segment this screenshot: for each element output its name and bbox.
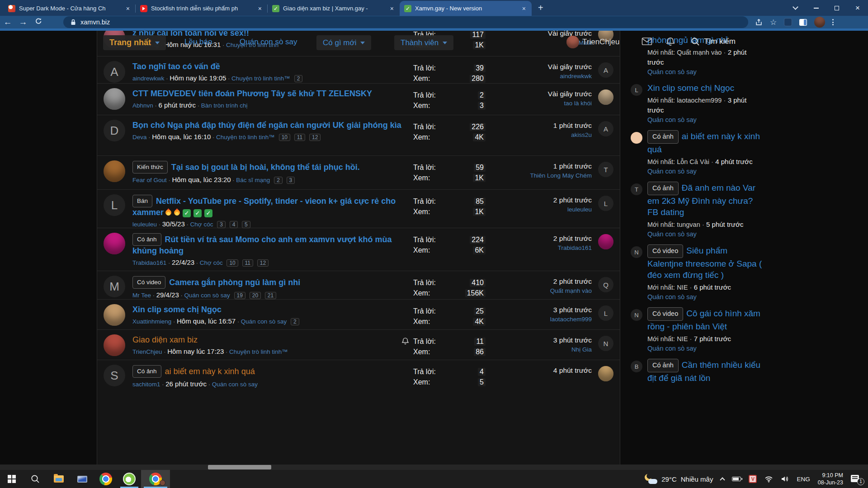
nav-leu-bao[interactable]: Lều báo [184,38,212,47]
author-link[interactable]: TrienChjeu [132,348,162,355]
page-link[interactable]: 10 [226,259,238,267]
avatar[interactable]: L [631,84,642,96]
page-link[interactable]: 2 [294,75,303,82]
thread-title[interactable]: Tao nghĩ tao có vấn đề [132,61,409,72]
page-link[interactable]: 11 [242,259,253,267]
forum-link[interactable]: Bàn tròn trính chị [198,102,248,109]
page-link[interactable]: 3 [217,221,226,228]
avatar[interactable] [104,160,125,182]
nav-members[interactable]: Thành viên [394,35,453,50]
forum-link[interactable]: Quán con sò say [647,168,765,175]
chrome-active-button[interactable] [141,470,170,488]
thread-title[interactable]: Kiến thứcTại sao bị gout là bị hoài, khô… [132,161,409,174]
new-tab-button[interactable]: + [538,3,543,13]
watch-bell-icon[interactable] [401,333,413,360]
address-bar[interactable]: xamvn.biz [63,16,748,28]
forum-link[interactable]: Quán con sò say [647,68,765,75]
author-link[interactable]: Mr Tee [132,292,151,299]
sidebar-thread-link[interactable]: Có ảnhCần thêm nhiều kiểu địt để giã nát… [647,359,765,384]
page-link[interactable]: 10 [279,134,290,141]
reload-button[interactable] [31,17,46,27]
last-user-link[interactable]: Nhị Gia [486,346,592,353]
last-user-link[interactable]: Quất mạnh vào [486,287,592,294]
thread-title[interactable]: Có ảnhRút tiền ví trả sau Momo cho anh e… [132,233,409,256]
forum-link[interactable]: Chuyện trò linh tinh™ [228,75,290,82]
author-link[interactable]: sachitom1 [132,381,160,388]
author-link[interactable]: Deva [132,134,147,141]
sidebar-thread-link[interactable]: Có ảnhĐã anh em nào Var em 2k3 Mỹ Đình n… [647,182,765,218]
tab-close-icon[interactable]: × [257,5,263,12]
tab-giao-dien[interactable]: Giao diện xam biz | Xamvn.gay - × [268,1,400,16]
author-link[interactable]: Xuattinhmieng [132,318,171,325]
taskbar-search-button[interactable] [24,470,47,488]
forum-link[interactable]: Bác sĩ mạng [232,177,270,183]
taskbar-clock[interactable]: 9:10 PM 08-Jun-23 [818,472,843,486]
tab-close-icon[interactable]: × [125,5,131,12]
sidebar-thread-link[interactable]: Xin clip some chị Ngọc [647,82,765,94]
page-link[interactable]: 5 [242,221,250,228]
avatar[interactable]: B [631,361,642,372]
page-link[interactable]: 21 [265,292,276,299]
tab-stockfish[interactable]: Stockfish trình diễn siêu phẩm ph × [136,1,268,16]
last-avatar[interactable]: A [598,121,613,136]
scrollbar-thumb[interactable] [208,465,271,469]
page-link[interactable]: 11 [294,134,305,141]
window-close-button[interactable]: × [847,0,868,16]
avatar[interactable] [104,88,125,110]
forum-link[interactable]: Quán con sò say [237,318,287,325]
forward-button[interactable]: → [15,17,31,27]
last-avatar[interactable] [598,234,613,249]
user-avatar[interactable] [566,36,579,48]
thread-title[interactable]: Xin clip some chị Ngọc [132,305,409,315]
profile-avatar[interactable] [814,17,825,28]
sidebar-thread-link[interactable]: Có ảnhai biết em này k xinh quá [647,130,765,155]
forum-link[interactable]: Quán con sò say [647,293,765,300]
side-panel-icon[interactable] [799,19,807,26]
file-explorer-button[interactable] [47,470,71,488]
last-avatar[interactable]: N [598,336,613,351]
page-link[interactable]: 2 [274,177,283,184]
remote-desktop-button[interactable] [71,470,94,488]
avatar[interactable] [104,334,125,356]
author-link[interactable]: Fear of Gout [132,177,167,183]
avatar[interactable]: N [631,246,642,258]
forum-link[interactable]: Chuyện trò linh tinh™ [226,348,288,355]
start-button[interactable] [0,470,24,488]
search-button[interactable]: Tìm kiếm [691,37,736,46]
forum-link[interactable]: Chuyện trò linh tinh™ [212,134,275,141]
chrome-button[interactable] [94,470,118,488]
last-avatar[interactable] [598,366,613,381]
thread-title[interactable]: BánNetflix - YouTube pre - Spotify, tind… [132,195,409,218]
author-link[interactable]: aindrewkwk [132,75,165,82]
forum-link[interactable]: Quán con sò say [647,230,765,238]
last-user-link[interactable]: leuleuleu [486,206,592,213]
battery-icon[interactable] [732,477,741,481]
forum-link[interactable]: Chợ cóc [196,259,223,266]
nav-quan-con-so-say[interactable]: Quán con sò say [240,38,297,47]
avatar[interactable]: A [104,61,125,83]
forum-link[interactable]: Quán con sò say [647,116,765,123]
action-center-button[interactable]: 1 [851,474,862,483]
horizontal-scrollbar[interactable] [0,465,868,470]
tray-expand-chevron-icon[interactable] [720,477,725,482]
sidebar-thread-link[interactable]: Có videoCô gái có hình xăm rồng - phiên … [647,307,765,332]
taskbar-weather[interactable]: 29°C Nhiều mây [644,474,713,484]
window-maximize-button[interactable] [826,0,847,16]
avatar[interactable]: S [104,365,125,386]
thread-title[interactable]: Có videoCamera gắn phòng ngủ làm gì nhi [132,276,409,289]
bookmark-star-icon[interactable]: ☆ [770,18,777,27]
inbox-envelope-icon[interactable] [642,37,652,46]
page-link[interactable]: 4 [230,221,238,228]
thread-title[interactable]: Bọn chó Nga phá đập thủy điện để ngăn cả… [132,120,409,131]
avatar[interactable] [104,304,125,326]
avatar[interactable]: T [631,183,642,195]
browser-menu-icon[interactable] [832,19,834,25]
coccoc-button[interactable] [118,470,141,488]
page-link[interactable]: 3 [287,177,295,184]
tab-close-icon[interactable]: × [521,5,527,12]
last-avatar[interactable]: L [598,196,613,211]
avatar[interactable] [104,233,125,254]
page-link[interactable]: 12 [257,259,269,267]
page-link[interactable]: 12 [309,134,321,141]
window-minimize-button[interactable] [806,0,826,16]
